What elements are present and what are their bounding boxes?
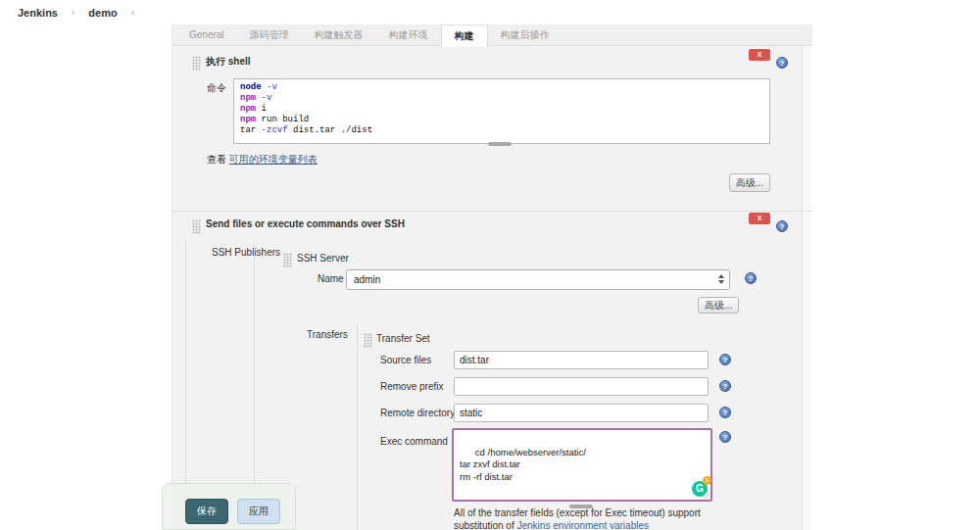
grammarly-badge: 1 <box>703 476 711 485</box>
tab-triggers[interactable]: 构建触发器 <box>302 24 376 45</box>
jenkins-env-variables-link[interactable]: Jenkins environment variables <box>516 520 649 530</box>
transfer-field-help-icon[interactable]: ? <box>719 380 731 392</box>
shell-code-line: tar -zcvf dist.tar ./dist <box>240 125 763 136</box>
ssh-step-drag-handle-icon[interactable] <box>192 219 201 234</box>
transfer-set-title: Transfer Set <box>376 333 430 344</box>
exec-command-help-icon[interactable]: ? <box>719 431 731 443</box>
env-variables-row: 查看 可用的环境变量列表 <box>207 153 318 167</box>
transfer-field-label: Remove prefix <box>380 381 443 392</box>
tab-general[interactable]: General <box>176 24 237 45</box>
tab-build[interactable]: 构建 <box>441 24 488 47</box>
save-button[interactable]: 保存 <box>185 499 228 524</box>
transfer-field-input-remove-prefix[interactable] <box>454 377 709 396</box>
textarea-resize-corner-icon[interactable] <box>703 492 710 499</box>
jenkins-config-page: Jenkins › demo › General源码管理构建触发器构建环境构建构… <box>0 0 980 530</box>
select-stepper-icon <box>718 274 724 284</box>
shell-command-textarea[interactable]: node -vnpm -vnpm inpm run buildtar -zcvf… <box>233 78 770 144</box>
ssh-server-title: SSH Server <box>297 253 349 264</box>
breadcrumb-item-demo[interactable]: demo <box>88 7 117 19</box>
shell-code-line: npm i <box>240 104 763 115</box>
breadcrumb-item-jenkins[interactable]: Jenkins <box>18 7 58 19</box>
ssh-publishers-label: SSH Publishers <box>212 247 280 258</box>
shell-advanced-button[interactable]: 高级... <box>729 173 770 192</box>
save-bar: 保存 应用 <box>162 483 296 530</box>
shell-code-line: npm -v <box>240 93 763 104</box>
transfer-field-row: Source files? <box>172 351 812 370</box>
ssh-server-name-value: admin <box>354 274 380 285</box>
apply-button[interactable]: 应用 <box>237 499 280 524</box>
ssh-server-drag-handle-icon[interactable] <box>283 253 292 267</box>
tab-post-build[interactable]: 构建后操作 <box>488 24 563 45</box>
transfer-note: All of the transfer fields (except for E… <box>454 506 738 530</box>
ssh-server-name-label: Name <box>318 273 344 284</box>
shell-step-drag-handle-icon[interactable] <box>192 56 201 71</box>
ssh-server-name-help-icon[interactable]: ? <box>745 272 757 284</box>
breadcrumb: Jenkins › demo › <box>0 0 980 24</box>
ssh-step-title: Send files or execute commands over SSH <box>206 218 405 229</box>
see-label: 查看 <box>207 154 226 165</box>
transfer-field-input-remote-directory[interactable] <box>454 404 709 422</box>
shell-step-title: 执行 shell <box>206 55 251 69</box>
transfer-field-help-icon[interactable]: ? <box>719 407 731 418</box>
breadcrumb-separator-icon: › <box>131 7 134 18</box>
transfer-set-drag-handle-icon[interactable] <box>364 333 372 348</box>
config-tabbar: General源码管理构建触发器构建环境构建构建后操作 <box>172 24 812 46</box>
build-steps-divider <box>172 211 812 212</box>
transfer-field-row: Remove prefix? <box>172 377 812 397</box>
transfer-field-help-icon[interactable]: ? <box>719 354 731 365</box>
breadcrumb-separator-icon: › <box>72 7 74 18</box>
tab-environment[interactable]: 构建环境 <box>376 24 441 45</box>
ssh-server-advanced-button[interactable]: 高级... <box>698 297 739 313</box>
ssh-server-name-select[interactable]: admin <box>346 269 730 290</box>
exec-command-value: cd /home/webserver/static/ tar zxvf dist… <box>460 447 586 482</box>
panel-scrollbar[interactable] <box>802 46 811 530</box>
shell-code-line: npm run build <box>240 115 763 125</box>
transfer-field-row: Remote directory? <box>172 404 812 423</box>
shell-textarea-resize-handle[interactable] <box>488 142 512 146</box>
shell-code-line: node -v <box>240 82 763 93</box>
transfer-field-input-source-files[interactable] <box>454 351 709 369</box>
shell-step-delete-button[interactable]: X <box>749 49 770 61</box>
ssh-step-help-icon[interactable]: ? <box>776 220 788 232</box>
exec-command-label: Exec command <box>380 436 448 447</box>
env-variables-link[interactable]: 可用的环境变量列表 <box>229 154 318 165</box>
config-panel: General源码管理构建触发器构建环境构建构建后操作 X ? 执行 shell… <box>172 24 811 530</box>
exec-command-textarea[interactable]: cd /home/webserver/static/ tar zxvf dist… <box>452 428 712 502</box>
tab-scm[interactable]: 源码管理 <box>237 24 302 45</box>
transfer-field-label: Source files <box>380 355 431 365</box>
shell-step-help-icon[interactable]: ? <box>776 57 788 69</box>
ssh-step-delete-button[interactable]: X <box>749 213 770 224</box>
transfer-field-label: Remote directory <box>380 408 455 418</box>
shell-command-label: 命令 <box>207 81 226 95</box>
transfers-label: Transfers <box>307 329 348 340</box>
